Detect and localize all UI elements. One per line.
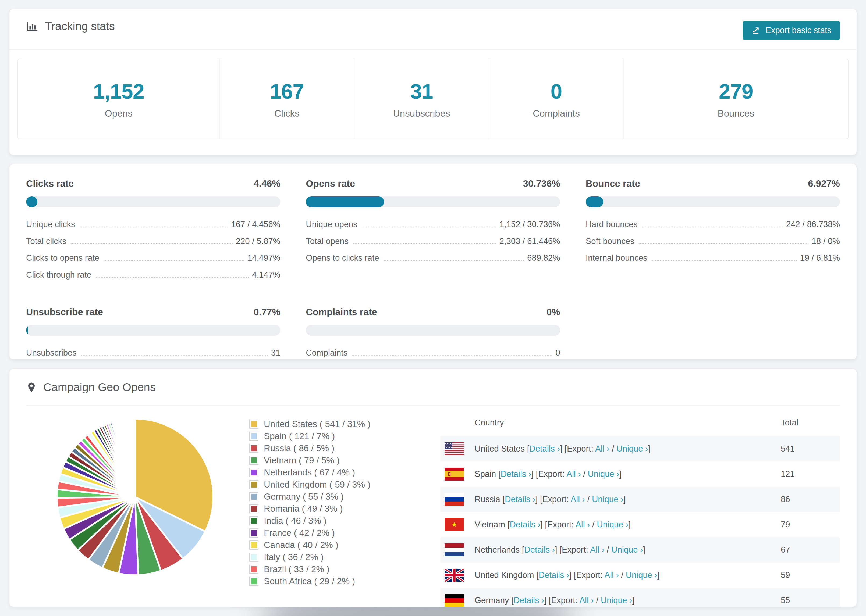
geo-pie-chart: [29, 409, 241, 607]
export-all-link[interactable]: All ›: [604, 570, 619, 580]
export-unique-link[interactable]: Unique ›: [616, 444, 648, 453]
rate-row: Hard bounces242 / 86.738%: [586, 220, 840, 229]
table-row-united-kingdom: United Kingdom [Details ›] [Export: All …: [440, 563, 840, 588]
bounce-rate-block: Bounce rate 6.927% Hard bounces242 / 86.…: [586, 178, 840, 280]
rate-row: Internal bounces19 / 6.81%: [586, 253, 840, 263]
legend-label: United States ( 541 / 31% ): [264, 419, 370, 429]
export-unique-link[interactable]: Unique ›: [611, 545, 643, 555]
legend-item: Brazil ( 33 / 2% ): [249, 564, 430, 574]
details-link[interactable]: Details ›: [501, 469, 531, 479]
export-unique-link[interactable]: Unique ›: [626, 570, 657, 580]
details-link[interactable]: Details ›: [529, 444, 560, 453]
summary-stats-strip: 1,152 Opens 167 Clicks 31 Unsubscribes 0…: [17, 58, 849, 139]
country-total: 79: [781, 520, 840, 530]
legend-swatch: [249, 480, 258, 489]
legend-label: Germany ( 55 / 3% ): [264, 492, 344, 502]
export-all-link[interactable]: All ›: [576, 520, 590, 529]
legend-swatch: [249, 420, 258, 429]
rate-row: Complaints0: [306, 348, 560, 358]
rate-row: Soft bounces18 / 0%: [586, 237, 840, 246]
divider: [26, 405, 840, 405]
export-unique-link[interactable]: Unique ›: [592, 495, 624, 504]
unsubscribe-rate-progressbar: [26, 325, 280, 336]
legend-swatch: [249, 528, 258, 537]
legend-item: Netherlands ( 67 / 4% ): [249, 467, 430, 478]
legend-label: India ( 46 / 3% ): [264, 516, 326, 526]
details-link[interactable]: Details ›: [505, 495, 535, 504]
divider: [9, 49, 857, 50]
country-name: United States: [475, 444, 525, 453]
opens-rate-block: Opens rate 30.736% Unique opens1,152 / 3…: [306, 178, 560, 280]
export-all-link[interactable]: All ›: [579, 596, 594, 605]
table-row-germany: Germany [Details ›] [Export: All › / Uni…: [440, 588, 840, 607]
country-name: Vietnam: [475, 520, 505, 529]
legend-swatch: [249, 492, 258, 501]
legend-swatch: [249, 456, 258, 465]
stat-bounces: 279 Bounces: [624, 59, 848, 139]
map-pin-icon: [26, 381, 37, 393]
details-link[interactable]: Details ›: [514, 596, 544, 605]
legend-item: United States ( 541 / 31% ): [249, 419, 430, 429]
country-total: 86: [781, 495, 840, 504]
legend-swatch: [249, 432, 258, 441]
export-basic-stats-button[interactable]: Export basic stats: [743, 21, 840, 40]
country-name: Netherlands: [475, 545, 520, 555]
flag-russia-icon: [444, 493, 464, 506]
stat-unsubscribes: 31 Unsubscribes: [354, 59, 489, 139]
country-total: 59: [781, 570, 840, 580]
bar-chart-icon: [26, 20, 38, 33]
country-name: United Kingdom: [475, 570, 534, 580]
geo-opens-title: Campaign Geo Opens: [26, 381, 840, 394]
legend-item: Russia ( 86 / 5% ): [249, 443, 430, 453]
export-icon: [751, 25, 761, 35]
details-link[interactable]: Details ›: [524, 545, 555, 555]
export-unique-link[interactable]: Unique ›: [587, 469, 619, 479]
country-name: Germany: [475, 596, 509, 605]
export-unique-link[interactable]: Unique ›: [601, 596, 632, 605]
legend-swatch: [249, 504, 258, 513]
rate-row: Clicks to opens rate14.497%: [26, 253, 280, 263]
flag-spain-icon: [444, 468, 464, 481]
rate-row: Unique opens1,152 / 30.736%: [306, 220, 560, 229]
clicks-rate-progressbar: [26, 196, 280, 207]
details-link[interactable]: Details ›: [539, 570, 569, 580]
details-link[interactable]: Details ›: [510, 520, 540, 529]
legend-swatch: [249, 553, 258, 562]
legend-label: Vietnam ( 79 / 5% ): [264, 455, 340, 465]
complaints-rate-block: Complaints rate 0% Complaints0: [306, 306, 560, 358]
legend-item: France ( 42 / 2% ): [249, 528, 430, 538]
clicks-rate-block: Clicks rate 4.46% Unique clicks167 / 4.4…: [26, 178, 280, 280]
legend-label: Spain ( 121 / 7% ): [264, 431, 335, 441]
export-all-link[interactable]: All ›: [571, 495, 585, 504]
legend-label: Italy ( 36 / 2% ): [264, 552, 324, 562]
legend-label: Netherlands ( 67 / 4% ): [264, 467, 355, 478]
rate-row: Unsubscribes31: [26, 348, 280, 358]
bounce-rate-progressbar: [586, 196, 840, 207]
pie-slice[interactable]: [135, 419, 135, 497]
flag-germany-icon: [444, 594, 464, 607]
rates-card: Clicks rate 4.46% Unique clicks167 / 4.4…: [9, 164, 857, 359]
export-unique-link[interactable]: Unique ›: [597, 520, 628, 529]
flag-netherlands-icon: [444, 544, 464, 556]
export-all-link[interactable]: All ›: [567, 469, 581, 479]
export-all-link[interactable]: All ›: [595, 444, 609, 453]
legend-label: Brazil ( 33 / 2% ): [264, 564, 329, 574]
tracking-stats-title: Tracking stats: [26, 20, 115, 33]
legend-label: Romania ( 49 / 3% ): [264, 504, 343, 514]
flag-united-states-icon: [444, 442, 464, 455]
legend-label: Canada ( 40 / 2% ): [264, 540, 339, 550]
geo-table: Country Total United States [Details ›] …: [440, 409, 840, 607]
country-total: 55: [781, 596, 840, 605]
geo-pie-legend: United States ( 541 / 31% )Spain ( 121 /…: [249, 409, 430, 607]
legend-swatch: [249, 516, 258, 525]
tracking-stats-card: Tracking stats Export basic stats 1,152 …: [9, 9, 857, 155]
export-all-link[interactable]: All ›: [590, 545, 604, 555]
geo-table-header: Country Total: [440, 409, 840, 436]
rate-row: Unique clicks167 / 4.456%: [26, 220, 280, 229]
stat-clicks: 167 Clicks: [220, 59, 354, 139]
legend-swatch: [249, 577, 258, 586]
rate-row: Opens to clicks rate689.82%: [306, 253, 560, 263]
country-name: Russia: [475, 495, 500, 504]
legend-item: India ( 46 / 3% ): [249, 516, 430, 526]
table-row-vietnam: Vietnam [Details ›] [Export: All › / Uni…: [440, 512, 840, 537]
